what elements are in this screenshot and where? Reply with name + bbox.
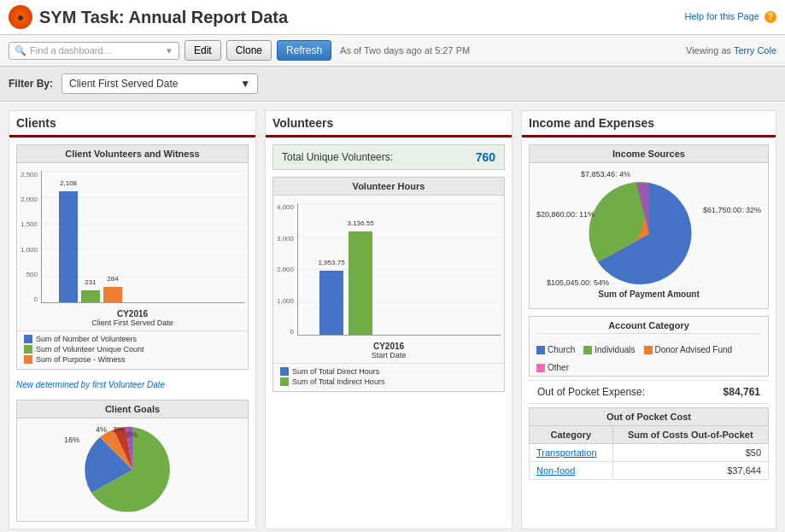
edit-button[interactable]: Edit xyxy=(185,40,221,61)
goals-pie-area: 16% 4% 3% 0% xyxy=(17,418,248,521)
legend-item-direct: Sum of Total Direct Hours xyxy=(280,367,497,376)
legend-color-unique xyxy=(24,345,32,354)
y-label: 2,000 xyxy=(277,266,294,273)
bar-witness: 284 xyxy=(103,287,122,302)
clone-button[interactable]: Clone xyxy=(226,40,272,61)
legend-church: Church xyxy=(536,345,575,354)
legend-label-donor: Donor Advised Fund xyxy=(655,345,733,354)
legend-sq-church xyxy=(536,346,545,354)
table-row: Non-food $37,644 xyxy=(530,462,769,480)
table-row: Transportation $50 xyxy=(530,444,769,462)
filter-arrow-icon: ▼ xyxy=(240,78,250,90)
category-link[interactable]: Non-food xyxy=(536,465,575,476)
legend-label-direct: Sum of Total Direct Hours xyxy=(292,367,379,376)
bar-label: 231 xyxy=(85,278,96,286)
chevron-down-icon: ▼ xyxy=(165,46,173,56)
new-determined: New determined by first Volunteer Date xyxy=(9,377,255,393)
pie-label-4: 4% xyxy=(96,425,107,434)
unique-label: Total Unique Volunteers: xyxy=(282,151,393,163)
bar-label: 1,953.75 xyxy=(318,259,344,266)
legend-color-volunteers xyxy=(24,335,32,343)
vol-hours-title: Volunteer Hours xyxy=(273,178,504,196)
chart-legend: Sum of Number of Volunteers Sum of Volun… xyxy=(17,330,248,369)
bar-fill xyxy=(103,287,122,302)
viewing-as: Viewing as Terry Cole xyxy=(686,45,776,56)
search-icon: 🔍 xyxy=(15,45,26,56)
y-label: 1,000 xyxy=(21,246,38,254)
legend-individuals: Individuals xyxy=(583,345,635,354)
value-cell: $37,644 xyxy=(612,462,768,480)
pie-label-20860: $20,860.00: 11% xyxy=(536,210,595,219)
bar-fill xyxy=(349,231,372,335)
y-label: 0 xyxy=(277,328,294,336)
y-label: 2,000 xyxy=(21,196,38,203)
x-label: CY2016 xyxy=(21,309,244,319)
legend-sq-other xyxy=(536,364,545,372)
filter-bar: Filter By: Client First Served Date ▼ xyxy=(0,67,785,102)
bar-unique: 231 xyxy=(81,290,100,302)
legend-other: Other xyxy=(536,363,569,372)
category-link[interactable]: Transportation xyxy=(536,447,597,458)
dashboard-select[interactable]: 🔍 Find a dashboard... ▼ xyxy=(9,42,179,60)
y-label: 1,500 xyxy=(21,220,38,228)
account-legend: Account Category Church Individuals Dono… xyxy=(529,316,769,377)
filter-label: Filter By: xyxy=(9,78,53,90)
legend-label-other: Other xyxy=(548,363,569,372)
pie-label-105045: $105,045.00: 54% xyxy=(547,278,609,287)
legend-label: Sum of Number of Volunteers xyxy=(36,335,137,343)
oop-label: Out of Pocket Expense: xyxy=(537,386,645,398)
help-text[interactable]: Help for this Page xyxy=(685,11,759,21)
pie-label-61750: $61,750.00: 32% xyxy=(703,206,761,214)
toolbar: 🔍 Find a dashboard... ▼ Edit Clone Refre… xyxy=(0,35,785,67)
legend-color-indirect xyxy=(280,377,289,386)
legend-sq-donor xyxy=(644,346,653,354)
legend-label-indirect: Sum of Total Indirect Hours xyxy=(292,377,384,386)
y-label: 0 xyxy=(21,295,38,303)
bar-label: 284 xyxy=(107,275,118,283)
help-icon[interactable]: ? xyxy=(764,11,776,23)
legend-item: Sum of Volunteer Unique Count xyxy=(24,345,241,354)
client-volunteers-title: Client Volunteers and Witness xyxy=(17,145,248,163)
legend-donor: Donor Advised Fund xyxy=(644,345,733,354)
legend-item: Sum of Purpose - Witness xyxy=(24,355,241,364)
legend-sq-individuals xyxy=(583,346,592,354)
unique-count: 760 xyxy=(476,150,495,164)
volunteers-section: Volunteers Total Unique Volunteers: 760 … xyxy=(265,110,513,529)
y-label: 500 xyxy=(21,271,38,278)
y-label: 3,000 xyxy=(277,235,294,243)
app-icon: ● xyxy=(9,5,32,29)
filter-select[interactable]: Client First Served Date ▼ xyxy=(62,73,258,94)
vol-chart-area: 0 1,000 2,000 3,000 4,000 xyxy=(273,196,504,363)
bar-fill xyxy=(59,191,78,302)
vol-x-sublabel: Start Date xyxy=(277,351,501,360)
bar-label: 2,108 xyxy=(60,179,77,187)
vol-legend: Sum of Total Direct Hours Sum of Total I… xyxy=(273,363,504,391)
y-label: 2,500 xyxy=(21,171,38,178)
category-cell: Transportation xyxy=(530,444,613,462)
bar-fill xyxy=(81,290,100,302)
income-sources-chart: Income Sources $20,860.00: 11% $7,853.46… xyxy=(529,144,769,309)
bar-label: 3,136.55 xyxy=(347,219,373,227)
income-sources-title: Income Sources xyxy=(530,145,768,163)
col-costs: Sum of Costs Out-of-Pocket xyxy=(612,426,768,444)
category-cell: Non-food xyxy=(530,462,613,480)
dashboard-placeholder: Find a dashboard... xyxy=(30,45,111,56)
pie-label-16: 16% xyxy=(64,436,79,444)
help-area: Help for this Page ? xyxy=(685,11,777,23)
volunteers-header: Volunteers xyxy=(266,111,512,137)
viewing-label: Viewing as xyxy=(686,45,731,56)
vol-bar-direct: 1,953.75 xyxy=(319,271,343,335)
legend-label-church: Church xyxy=(548,345,575,354)
income-section: Income and Expenses Income Sources $20,8… xyxy=(521,110,776,529)
vol-x-label: CY2016 xyxy=(277,342,501,351)
oop-row: Out of Pocket Expense: $84,761 xyxy=(529,380,769,404)
oop-value: $84,761 xyxy=(723,386,760,398)
pie-label-3: 3% xyxy=(113,425,124,434)
refresh-button[interactable]: Refresh xyxy=(277,40,331,61)
client-goals-title: Client Goals xyxy=(17,400,248,418)
user-name: Terry Cole xyxy=(734,45,776,56)
volunteer-hours-chart: Volunteer Hours 0 1,000 2,000 3,000 4,00… xyxy=(272,177,505,392)
y-label: 4,000 xyxy=(277,203,294,211)
vol-bar-indirect: 3,136.55 xyxy=(349,231,372,335)
chart-area: 0 500 1,000 1,500 2,000 2,500 xyxy=(17,163,248,330)
